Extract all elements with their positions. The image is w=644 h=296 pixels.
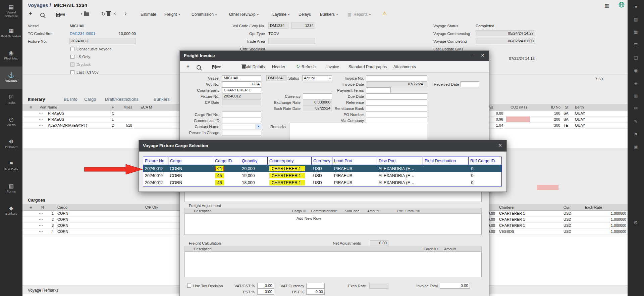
standard-paragraphs-button[interactable]: Standard Paragraphs xyxy=(348,65,387,69)
rail-icon-5[interactable]: ◉ xyxy=(628,64,644,77)
sidebar-item-onboard[interactable]: ☸Onboard xyxy=(0,133,22,155)
row-handle-icon[interactable]: ••• xyxy=(39,124,43,127)
refresh-icon[interactable]: ↻ xyxy=(101,11,106,17)
col-amount[interactable]: Amount xyxy=(444,247,456,251)
voy-no-field[interactable]: 1234 xyxy=(291,23,315,29)
consecutive-voyage-checkbox[interactable] xyxy=(70,47,74,51)
fixture-no-field[interactable]: 20240012 xyxy=(69,38,136,44)
globe-icon[interactable] xyxy=(619,2,625,8)
col-counterparty[interactable]: Counterparty xyxy=(268,157,312,165)
menu-bunkers[interactable]: Bunkers▾ xyxy=(320,12,338,17)
ls-only-checkbox[interactable] xyxy=(70,55,74,59)
gear-icon[interactable]: ⚙ xyxy=(628,216,644,229)
tc-code-link[interactable]: DM1234-I0001 xyxy=(70,32,95,36)
sidebar-item-alerts[interactable]: ◷Alerts xyxy=(0,111,22,133)
col-currency[interactable]: Currency xyxy=(312,157,332,165)
refresh-button[interactable]: Refresh xyxy=(302,65,316,69)
col-co2[interactable]: CO2 (MT) xyxy=(511,105,527,109)
collapse-panel-icon[interactable]: « xyxy=(628,0,644,13)
col-cargo[interactable]: Cargo xyxy=(57,205,67,209)
reference-field[interactable] xyxy=(366,99,427,105)
row-handle-icon[interactable]: ••• xyxy=(39,218,43,221)
col-berth[interactable]: Berth xyxy=(575,105,584,109)
rail-icon-7[interactable]: ▥ xyxy=(628,89,644,102)
menu-delays[interactable]: Delays xyxy=(299,12,311,17)
col-ref-cargo-id[interactable]: Ref Cargo ID xyxy=(469,157,502,165)
col-eca[interactable]: ECA M xyxy=(141,105,152,109)
sidebar-item-vessel-schedule[interactable]: ▤Vessel Schedule xyxy=(0,0,22,22)
col-load-port[interactable]: Load Port xyxy=(332,157,377,165)
warning-icon[interactable]: ⚠ xyxy=(382,10,387,16)
col-cp-qty[interactable]: C/P Qty xyxy=(135,205,158,209)
col-ys-truncated[interactable]: ys xyxy=(489,105,493,109)
invoice-date-field[interactable]: 07/22/24 xyxy=(366,81,427,87)
sidebar-item-bunkers[interactable]: ◆Bunkers xyxy=(0,200,22,222)
row-handle-icon[interactable]: ••• xyxy=(39,212,43,215)
row-handle-icon[interactable]: ••• xyxy=(39,224,43,227)
selection-row[interactable]: 20240012 CORN 45 19,000 CHARTERER 1 USD … xyxy=(143,172,502,179)
tab-bunkers[interactable]: Bunkers xyxy=(154,97,170,102)
freight-invoice-titlebar[interactable]: Freight Invoice – ✕ xyxy=(180,51,489,61)
add-button[interactable]: + xyxy=(186,63,190,69)
col-f[interactable]: F xyxy=(112,105,114,109)
vat-currency-field[interactable] xyxy=(306,283,325,289)
col-n[interactable]: N xyxy=(34,205,44,209)
save-button[interactable]: Save xyxy=(212,65,221,69)
col-fixture-no[interactable]: Fixture No xyxy=(143,157,168,165)
col-quantity[interactable]: Quantity xyxy=(240,157,268,165)
rail-icon-2[interactable]: ▦ xyxy=(628,26,644,38)
tab-bl-info[interactable]: BL Info xyxy=(64,97,77,102)
voyage-completing-field[interactable]: 06/02/24 01:00 xyxy=(476,38,535,44)
menu-laytime[interactable]: Laytime▾ xyxy=(272,12,289,17)
selection-row-selected[interactable]: 20240012 CORN 44 20,000 CHARTERER 1 USD … xyxy=(143,165,502,172)
sidebar-item-port-calls[interactable]: ⚑Port Calls xyxy=(0,155,22,177)
tab-draft-restrictions[interactable]: Draft/Restrictions xyxy=(105,97,139,102)
menu-burger-icon[interactable]: ≡ xyxy=(30,105,32,110)
sidebar-item-forms[interactable]: ▧Forms xyxy=(0,177,22,200)
delete-icon[interactable] xyxy=(107,12,110,16)
received-date-field[interactable] xyxy=(461,81,479,87)
due-date-field[interactable] xyxy=(366,93,427,99)
person-in-charge-field[interactable] xyxy=(222,130,261,135)
col-description[interactable]: Description xyxy=(194,247,212,251)
fixture-no-field[interactable]: 20240012 xyxy=(222,93,261,99)
rail-icon-8[interactable]: ☷ xyxy=(628,102,644,115)
hst-field[interactable]: 0.00 xyxy=(306,289,325,295)
rail-icon-9[interactable]: ✎ xyxy=(628,115,644,128)
col-cargo[interactable]: Cargo xyxy=(168,157,213,165)
col-id-no[interactable]: ID No xyxy=(551,105,560,109)
minimize-icon[interactable]: – xyxy=(470,53,477,58)
col-cargo-id[interactable]: Cargo ID xyxy=(213,157,240,165)
col-disc-port[interactable]: Disc Port xyxy=(377,157,423,165)
vessel-field[interactable]: MICHAIL xyxy=(222,75,261,81)
col-subcode[interactable]: SubCode xyxy=(345,209,360,213)
prev-icon[interactable]: ‹ xyxy=(114,10,116,16)
counterparty-field[interactable]: CHARTERER 1 xyxy=(222,87,261,93)
rail-icon-10[interactable]: ⚑ xyxy=(628,128,644,140)
sidebar-item-voyages[interactable]: ⚓Voyages xyxy=(0,67,22,89)
add-button[interactable]: + xyxy=(29,10,32,16)
row-handle-icon[interactable]: ••• xyxy=(39,118,43,121)
menu-other-rev-exp[interactable]: Other Rev/Exp▾ xyxy=(229,12,259,17)
col-description[interactable]: Description xyxy=(194,209,212,213)
use-tax-decision-checkbox[interactable] xyxy=(187,284,191,288)
rail-icon-4[interactable]: ◫ xyxy=(628,51,644,64)
last-tci-voy-checkbox[interactable] xyxy=(70,70,74,74)
sidebar-item-port-schedule[interactable]: ▦Port Schedule xyxy=(0,22,22,44)
tc-hire-value[interactable]: 10,000.00 xyxy=(107,32,136,36)
col-charterer[interactable]: Charterer xyxy=(499,205,515,209)
col-st[interactable]: St xyxy=(565,105,568,109)
next-icon[interactable]: › xyxy=(125,10,126,16)
opr-type-value[interactable]: TCOV xyxy=(268,32,279,36)
remittance-bank-field[interactable] xyxy=(366,105,427,111)
trade-area-field[interactable] xyxy=(268,38,315,44)
table-view-icon[interactable]: ▦ xyxy=(604,2,609,8)
rail-icon-1[interactable]: ▤ xyxy=(628,13,644,26)
voy-no-field[interactable]: 1234 xyxy=(222,81,261,87)
col-final-destination[interactable]: Final Destination xyxy=(423,157,469,165)
invoice-no-field[interactable] xyxy=(366,75,427,81)
row-handle-icon[interactable]: ••• xyxy=(39,230,43,233)
payment-terms-field[interactable] xyxy=(366,87,391,93)
col-cargo-id[interactable]: Cargo ID xyxy=(424,247,438,251)
rail-icon-11[interactable]: ▣ xyxy=(628,140,644,153)
